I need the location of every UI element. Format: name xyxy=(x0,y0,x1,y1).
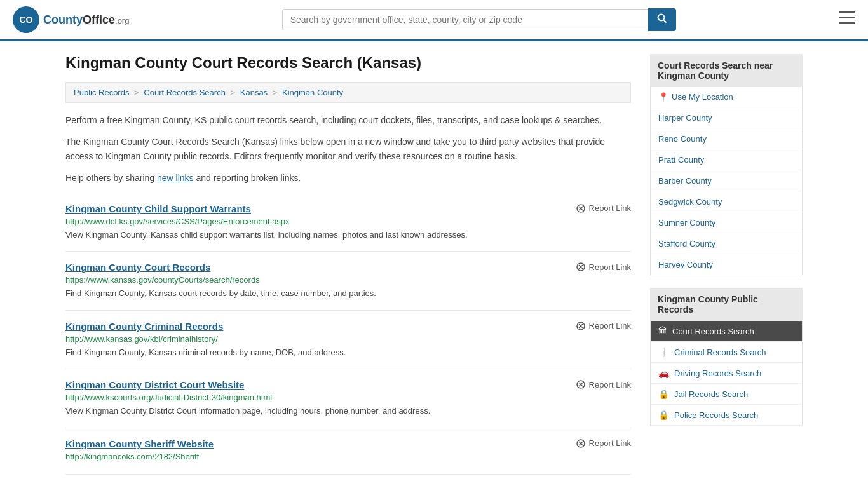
county-link-item[interactable]: Pratt County xyxy=(651,149,802,170)
use-location-link[interactable]: Use My Location xyxy=(672,92,733,102)
breadcrumb-court-records[interactable]: Court Records Search xyxy=(144,88,226,97)
county-link-item[interactable]: Stafford County xyxy=(651,233,802,254)
record-type-icon: 🔒 xyxy=(658,410,669,420)
breadcrumb: Public Records > Court Records Search > … xyxy=(65,82,631,103)
breadcrumb-sep3: > xyxy=(273,88,280,97)
public-records-item[interactable]: ❕Criminal Records Search xyxy=(651,342,802,363)
county-link-item[interactable]: Harvey County xyxy=(651,254,802,274)
record-desc: Find Kingman County, Kansas criminal rec… xyxy=(65,346,631,359)
breadcrumb-kingman[interactable]: Kingman County xyxy=(282,88,343,97)
description-2: The Kingman County Court Records Search … xyxy=(65,135,631,163)
record-title[interactable]: Kingman County Child Support Warrants xyxy=(65,203,251,214)
record-entry: Kingman County Criminal Records Report L… xyxy=(65,311,631,370)
record-url[interactable]: https://www.kansas.gov/countyCourts/sear… xyxy=(65,275,631,285)
public-records-link[interactable]: Court Records Search xyxy=(672,327,754,336)
record-title[interactable]: Kingman County Criminal Records xyxy=(65,321,223,332)
breadcrumb-sep2: > xyxy=(231,88,238,97)
svg-line-3 xyxy=(663,20,666,23)
public-records-title: Kingman County Public Records xyxy=(650,288,803,321)
new-links-link[interactable]: new links xyxy=(157,173,194,183)
report-link[interactable]: Report Link xyxy=(576,203,631,214)
county-link-item[interactable]: Sumner County xyxy=(651,212,802,233)
county-link-item[interactable]: Reno County xyxy=(651,128,802,149)
record-entry: Kingman County Child Support Warrants Re… xyxy=(65,193,631,252)
record-entry: Kingman County District Court Website Re… xyxy=(65,369,631,428)
description-1: Perform a free Kingman County, KS public… xyxy=(65,113,631,127)
breadcrumb-public-records[interactable]: Public Records xyxy=(74,88,129,97)
report-link[interactable]: Report Link xyxy=(576,262,631,272)
record-entry: Kingman County Court Records Report Link… xyxy=(65,252,631,311)
page-title: Kingman County Court Records Search (Kan… xyxy=(65,54,631,72)
county-link[interactable]: Barber County xyxy=(658,176,712,186)
search-button[interactable] xyxy=(648,8,676,31)
record-url[interactable]: http://www.dcf.ks.gov/services/CSS/Pages… xyxy=(65,217,631,226)
record-title[interactable]: Kingman County Sheriff Website xyxy=(65,438,214,449)
use-location-item[interactable]: 📍 Use My Location xyxy=(651,87,802,107)
record-desc: View Kingman County, Kansas child suppor… xyxy=(65,229,631,241)
county-link-item[interactable]: Harper County xyxy=(651,107,802,128)
nearby-counties: Harper CountyReno CountyPratt CountyBarb… xyxy=(651,107,802,274)
record-url[interactable]: http://www.kscourts.org/Judicial-Distric… xyxy=(65,393,631,402)
logo-area[interactable]: CO CountyOffice.org xyxy=(13,6,129,33)
county-link[interactable]: Reno County xyxy=(658,134,707,144)
public-records-list: 🏛Court Records Search❕Criminal Records S… xyxy=(650,321,803,426)
record-desc: Find Kingman County, Kansas court record… xyxy=(65,287,631,300)
county-link[interactable]: Harvey County xyxy=(658,260,713,269)
search-area xyxy=(282,8,676,31)
main-container: Kingman County Court Records Search (Kan… xyxy=(53,41,815,487)
public-records-items: 🏛Court Records Search❕Criminal Records S… xyxy=(651,321,802,426)
public-records-item[interactable]: 🔒Police Records Search xyxy=(651,405,802,426)
report-link[interactable]: Report Link xyxy=(576,379,631,390)
record-type-icon: 🚗 xyxy=(658,368,669,378)
record-type-icon: ❕ xyxy=(658,347,669,357)
public-records-link[interactable]: Criminal Records Search xyxy=(674,348,766,357)
public-records-link[interactable]: Jail Records Search xyxy=(674,390,748,399)
county-link[interactable]: Sedgwick County xyxy=(658,197,722,207)
record-title[interactable]: Kingman County District Court Website xyxy=(65,379,244,390)
public-records-item[interactable]: 🏛Court Records Search xyxy=(651,321,802,342)
search-input[interactable] xyxy=(283,10,648,30)
public-records-item[interactable]: 🚗Driving Records Search xyxy=(651,363,802,384)
record-type-icon: 🔒 xyxy=(658,389,669,399)
county-link[interactable]: Pratt County xyxy=(658,155,704,165)
svg-text:CO: CO xyxy=(20,15,33,25)
svg-point-2 xyxy=(658,15,664,21)
header: CO CountyOffice.org xyxy=(0,0,868,41)
public-records-link[interactable]: Police Records Search xyxy=(674,410,758,420)
report-link[interactable]: Report Link xyxy=(576,438,631,449)
svg-rect-6 xyxy=(839,22,855,24)
record-title[interactable]: Kingman County Court Records xyxy=(65,262,210,273)
public-records-link[interactable]: Driving Records Search xyxy=(674,369,761,378)
content-area: Kingman County Court Records Search (Kan… xyxy=(65,54,631,475)
breadcrumb-kansas[interactable]: Kansas xyxy=(240,88,268,97)
logo-text: CountyOffice.org xyxy=(43,13,129,27)
description-3: Help others by sharing new links and rep… xyxy=(65,171,631,185)
svg-rect-4 xyxy=(839,11,855,13)
records-list: Kingman County Child Support Warrants Re… xyxy=(65,193,631,475)
county-link[interactable]: Harper County xyxy=(658,113,712,123)
record-type-icon: 🏛 xyxy=(658,326,667,336)
nearby-title: Court Records Search near Kingman County xyxy=(650,54,803,87)
svg-rect-5 xyxy=(839,17,855,18)
pin-icon: 📍 xyxy=(658,92,668,102)
public-records-item[interactable]: 🔒Jail Records Search xyxy=(651,384,802,405)
county-link[interactable]: Stafford County xyxy=(658,239,715,248)
county-link-item[interactable]: Barber County xyxy=(651,170,802,191)
breadcrumb-sep1: > xyxy=(134,88,141,97)
county-link-item[interactable]: Sedgwick County xyxy=(651,191,802,212)
report-link[interactable]: Report Link xyxy=(576,321,631,331)
record-url[interactable]: http://kingmancoks.com/2182/Sheriff xyxy=(65,452,631,461)
record-url[interactable]: http://www.kansas.gov/kbi/criminalhistor… xyxy=(65,334,631,344)
menu-icon[interactable] xyxy=(839,11,855,28)
logo-icon: CO xyxy=(13,6,39,33)
county-link[interactable]: Sumner County xyxy=(658,218,715,227)
search-wrapper xyxy=(282,9,648,30)
record-entry: Kingman County Sheriff Website Report Li… xyxy=(65,428,631,475)
sidebar: Court Records Search near Kingman County… xyxy=(650,54,803,475)
record-desc: View Kingman County District Court infor… xyxy=(65,405,631,417)
nearby-counties-list: 📍 Use My Location Harper CountyReno Coun… xyxy=(650,87,803,275)
